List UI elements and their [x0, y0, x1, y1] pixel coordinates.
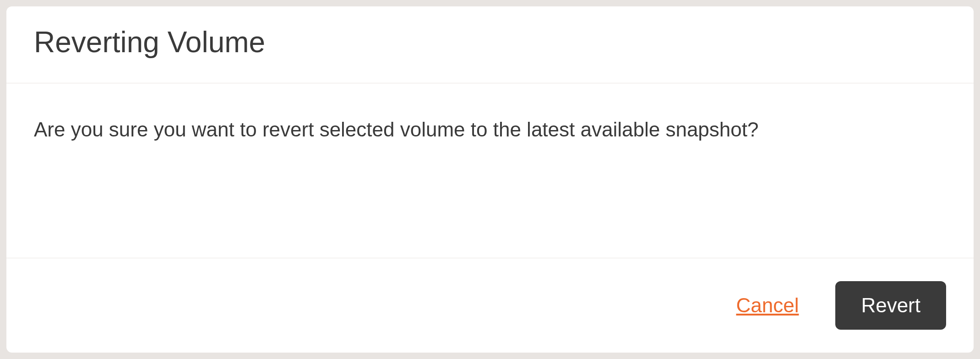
dialog-header: Reverting Volume [6, 6, 974, 83]
dialog-footer: Cancel Revert [6, 258, 974, 353]
dialog-message: Are you sure you want to revert selected… [34, 115, 946, 144]
revert-volume-dialog: Reverting Volume Are you sure you want t… [6, 6, 974, 353]
cancel-button[interactable]: Cancel [736, 294, 799, 317]
dialog-title: Reverting Volume [34, 25, 946, 60]
dialog-body: Are you sure you want to revert selected… [6, 83, 974, 258]
revert-button[interactable]: Revert [835, 281, 946, 330]
